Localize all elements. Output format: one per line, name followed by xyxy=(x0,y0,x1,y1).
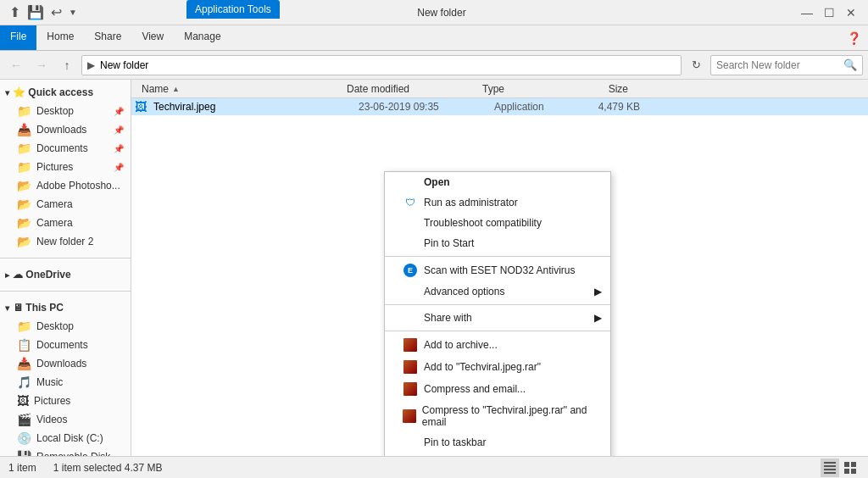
sort-arrow-icon: ▲ xyxy=(172,85,180,93)
folder-icon: 📁 xyxy=(17,320,31,333)
undo-icon[interactable]: ↩ xyxy=(48,3,64,22)
sidebar-item-music-pc[interactable]: 🎵 Music xyxy=(0,373,131,392)
download-icon: 📥 xyxy=(17,357,31,370)
folder-icon: 📁 xyxy=(17,160,31,174)
minimize-button[interactable]: — xyxy=(797,3,817,23)
sidebar-item-documents-quick[interactable]: 📁 Documents 📌 xyxy=(0,139,131,158)
col-header-size[interactable]: Size xyxy=(567,83,635,95)
refresh-button[interactable]: ↻ xyxy=(685,54,707,76)
title-bar: ⬆ 💾 ↩ ▼ Application Tools New folder — ☐… xyxy=(0,0,868,25)
sidebar-item-label: Pictures xyxy=(36,161,73,173)
sidebar-item-label: Camera xyxy=(36,198,73,210)
sidebar: ▾ ⭐ Quick access 📁 Desktop 📌 📥 Downloads… xyxy=(0,80,131,456)
pin-icon: 📌 xyxy=(114,107,124,116)
ctx-run-admin[interactable]: 🛡 Run as administrator xyxy=(385,192,610,213)
folder-icon: 📂 xyxy=(17,197,31,211)
onedrive-header[interactable]: ▸ ☁ OneDrive xyxy=(0,265,131,284)
sidebar-item-pictures-pc[interactable]: 🖼 Pictures xyxy=(0,392,131,410)
restore-button[interactable]: ☐ xyxy=(819,3,839,23)
main-area: ▾ ⭐ Quick access 📁 Desktop 📌 📥 Downloads… xyxy=(0,80,868,456)
sidebar-item-videos-pc[interactable]: 🎬 Videos xyxy=(0,410,131,429)
sidebar-item-downloads-pc[interactable]: 📥 Downloads xyxy=(0,354,131,373)
status-item-count: 1 item 1 item selected 4.37 MB xyxy=(8,462,162,474)
back-button[interactable]: ← xyxy=(5,54,27,76)
sidebar-item-downloads-quick[interactable]: 📥 Downloads 📌 xyxy=(0,120,131,139)
this-pc-label: 🖥 This PC xyxy=(13,302,64,314)
tab-file[interactable]: File xyxy=(0,25,36,50)
ctx-compress-email[interactable]: Compress and email... xyxy=(385,378,610,400)
table-row[interactable]: 🖼 Techviral.jpeg 23-06-2019 09:35 Applic… xyxy=(131,98,868,115)
large-icons-view-button[interactable] xyxy=(841,459,860,477)
eset-icon: E xyxy=(402,264,419,277)
tab-manage[interactable]: Manage xyxy=(174,25,231,50)
col-header-type[interactable]: Type xyxy=(482,83,567,95)
save-icon[interactable]: 💾 xyxy=(25,3,47,22)
sidebar-item-label: Downloads xyxy=(36,124,86,136)
detail-view-icon xyxy=(824,462,836,474)
sidebar-item-label: Documents xyxy=(36,339,88,351)
ctx-pin-start[interactable]: Pin to Start xyxy=(385,233,610,253)
large-icons-view-icon xyxy=(844,462,856,474)
quick-access-icon[interactable]: ⬆ xyxy=(7,3,23,22)
close-button[interactable]: ✕ xyxy=(841,3,861,23)
search-box[interactable]: 🔍 xyxy=(710,55,863,75)
ctx-compress-rar-email[interactable]: Compress to "Techviral.jpeg.rar" and ema… xyxy=(385,400,610,432)
ctx-sep2 xyxy=(385,304,610,305)
sidebar-item-pictures-quick[interactable]: 📁 Pictures 📌 xyxy=(0,158,131,176)
ctx-advanced[interactable]: Advanced options ▶ xyxy=(385,281,610,302)
detail-view-button[interactable] xyxy=(821,459,839,477)
ctx-restore-versions[interactable]: Restore previous versions xyxy=(385,453,610,456)
sidebar-item-desktop-pc[interactable]: 📁 Desktop xyxy=(0,317,131,336)
sidebar-item-local-disk[interactable]: 💿 Local Disk (C:) xyxy=(0,429,131,447)
ctx-arrow-icon: ▶ xyxy=(594,286,602,297)
help-button[interactable]: ❓ xyxy=(847,31,861,45)
sidebar-item-camera1[interactable]: 📂 Camera xyxy=(0,195,131,214)
svg-rect-7 xyxy=(851,469,856,474)
file-list-header: Name ▲ Date modified Type Size xyxy=(131,80,868,98)
sidebar-item-camera2[interactable]: 📂 Camera xyxy=(0,214,131,232)
this-pc-header[interactable]: ▾ 🖥 This PC xyxy=(0,298,131,317)
address-path: New folder xyxy=(100,59,148,71)
col-header-name[interactable]: Name ▲ xyxy=(135,83,347,95)
address-bar[interactable]: ▶ New folder xyxy=(81,55,682,75)
sidebar-item-newfolder2[interactable]: 📂 New folder 2 xyxy=(0,232,131,251)
sidebar-item-label: Adobe Photosho... xyxy=(36,180,120,192)
sidebar-item-label: Local Disk (C:) xyxy=(36,432,103,444)
disk-icon: 💿 xyxy=(17,431,31,445)
winrar-icon2 xyxy=(402,360,419,374)
svg-rect-2 xyxy=(824,469,836,470)
ctx-pin-taskbar[interactable]: Pin to taskbar xyxy=(385,432,610,453)
address-chevron: ▶ xyxy=(87,59,95,71)
search-icon[interactable]: 🔍 xyxy=(843,58,857,71)
ctx-troubleshoot[interactable]: Troubleshoot compatibility xyxy=(385,213,610,233)
quick-access-section: ▾ ⭐ Quick access 📁 Desktop 📌 📥 Downloads… xyxy=(0,80,131,254)
dropdown-icon[interactable]: ▼ xyxy=(66,6,80,19)
sidebar-item-desktop-quick[interactable]: 📁 Desktop 📌 xyxy=(0,102,131,120)
col-header-date[interactable]: Date modified xyxy=(347,83,482,95)
forward-button[interactable]: → xyxy=(31,54,53,76)
search-input[interactable] xyxy=(716,59,843,71)
ctx-add-archive[interactable]: Add to archive... xyxy=(385,334,610,356)
sidebar-item-adobe[interactable]: 📂 Adobe Photosho... xyxy=(0,176,131,195)
view-toggle xyxy=(821,459,860,477)
sidebar-divider2 xyxy=(0,291,131,292)
ctx-eset[interactable]: E Scan with ESET NOD32 Antivirus xyxy=(385,259,610,281)
up-button[interactable]: ↑ xyxy=(56,54,78,76)
sidebar-item-documents-pc[interactable]: 📋 Documents xyxy=(0,336,131,354)
ctx-share-with[interactable]: Share with ▶ xyxy=(385,308,610,328)
tab-home[interactable]: Home xyxy=(36,25,84,50)
chevron-down-icon: ▾ xyxy=(5,88,9,97)
sidebar-item-removable[interactable]: 💾 Removable Disk ... xyxy=(0,447,131,456)
tab-share[interactable]: Share xyxy=(84,25,131,50)
tab-view[interactable]: View xyxy=(131,25,174,50)
ctx-arrow-icon2: ▶ xyxy=(594,312,602,324)
ctx-open[interactable]: Open xyxy=(385,172,610,192)
ribbon: File Home Share View Manage ❓ xyxy=(0,25,868,51)
quick-access-header[interactable]: ▾ ⭐ Quick access xyxy=(0,83,131,102)
music-icon: 🎵 xyxy=(17,375,31,389)
sidebar-item-label: Desktop xyxy=(36,105,74,117)
ctx-add-rar[interactable]: Add to "Techviral.jpeg.rar" xyxy=(385,356,610,378)
app-tools-tab: Application Tools xyxy=(186,0,280,19)
svg-rect-5 xyxy=(851,462,856,467)
sidebar-item-label: Camera xyxy=(36,217,73,229)
